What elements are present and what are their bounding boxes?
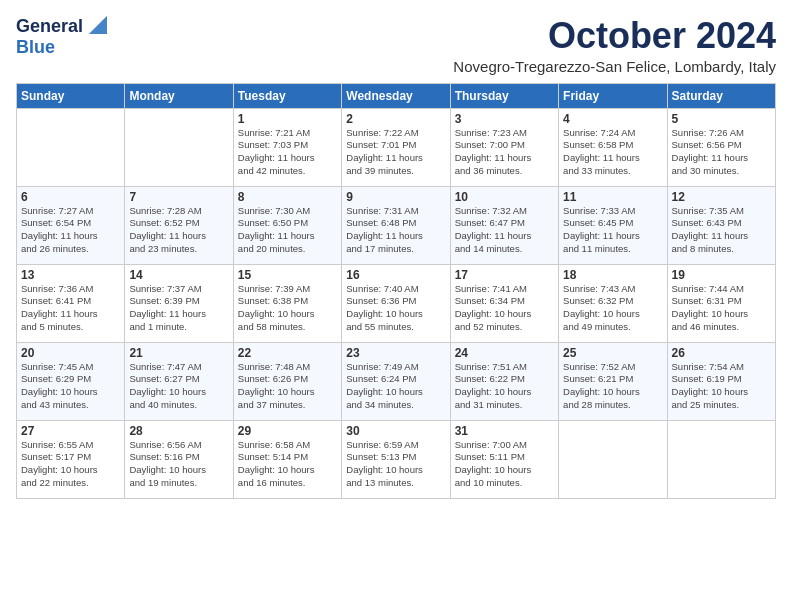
day-number: 12 — [672, 190, 771, 204]
day-detail: Sunrise: 7:45 AM Sunset: 6:29 PM Dayligh… — [21, 361, 120, 412]
weekday-header-wednesday: Wednesday — [342, 83, 450, 108]
day-number: 10 — [455, 190, 554, 204]
day-detail: Sunrise: 7:48 AM Sunset: 6:26 PM Dayligh… — [238, 361, 337, 412]
calendar-cell: 1Sunrise: 7:21 AM Sunset: 7:03 PM Daylig… — [233, 108, 341, 186]
day-number: 27 — [21, 424, 120, 438]
day-detail: Sunrise: 7:27 AM Sunset: 6:54 PM Dayligh… — [21, 205, 120, 256]
day-detail: Sunrise: 7:22 AM Sunset: 7:01 PM Dayligh… — [346, 127, 445, 178]
weekday-header-row: SundayMondayTuesdayWednesdayThursdayFrid… — [17, 83, 776, 108]
calendar-cell: 16Sunrise: 7:40 AM Sunset: 6:36 PM Dayli… — [342, 264, 450, 342]
calendar-week-5: 27Sunrise: 6:55 AM Sunset: 5:17 PM Dayli… — [17, 420, 776, 498]
day-detail: Sunrise: 7:21 AM Sunset: 7:03 PM Dayligh… — [238, 127, 337, 178]
calendar-week-2: 6Sunrise: 7:27 AM Sunset: 6:54 PM Daylig… — [17, 186, 776, 264]
day-detail: Sunrise: 7:41 AM Sunset: 6:34 PM Dayligh… — [455, 283, 554, 334]
weekday-header-friday: Friday — [559, 83, 667, 108]
day-number: 24 — [455, 346, 554, 360]
calendar-cell: 9Sunrise: 7:31 AM Sunset: 6:48 PM Daylig… — [342, 186, 450, 264]
calendar-cell: 8Sunrise: 7:30 AM Sunset: 6:50 PM Daylig… — [233, 186, 341, 264]
day-detail: Sunrise: 7:37 AM Sunset: 6:39 PM Dayligh… — [129, 283, 228, 334]
day-detail: Sunrise: 7:32 AM Sunset: 6:47 PM Dayligh… — [455, 205, 554, 256]
calendar-cell: 30Sunrise: 6:59 AM Sunset: 5:13 PM Dayli… — [342, 420, 450, 498]
calendar-cell: 4Sunrise: 7:24 AM Sunset: 6:58 PM Daylig… — [559, 108, 667, 186]
day-number: 11 — [563, 190, 662, 204]
day-number: 20 — [21, 346, 120, 360]
day-number: 21 — [129, 346, 228, 360]
day-number: 16 — [346, 268, 445, 282]
calendar-week-4: 20Sunrise: 7:45 AM Sunset: 6:29 PM Dayli… — [17, 342, 776, 420]
day-number: 1 — [238, 112, 337, 126]
calendar-cell: 26Sunrise: 7:54 AM Sunset: 6:19 PM Dayli… — [667, 342, 775, 420]
calendar-cell: 14Sunrise: 7:37 AM Sunset: 6:39 PM Dayli… — [125, 264, 233, 342]
day-detail: Sunrise: 7:39 AM Sunset: 6:38 PM Dayligh… — [238, 283, 337, 334]
day-detail: Sunrise: 7:47 AM Sunset: 6:27 PM Dayligh… — [129, 361, 228, 412]
day-detail: Sunrise: 7:51 AM Sunset: 6:22 PM Dayligh… — [455, 361, 554, 412]
logo: General Blue — [16, 16, 107, 58]
calendar-cell: 22Sunrise: 7:48 AM Sunset: 6:26 PM Dayli… — [233, 342, 341, 420]
calendar-cell — [17, 108, 125, 186]
calendar-cell: 13Sunrise: 7:36 AM Sunset: 6:41 PM Dayli… — [17, 264, 125, 342]
day-number: 6 — [21, 190, 120, 204]
day-detail: Sunrise: 6:55 AM Sunset: 5:17 PM Dayligh… — [21, 439, 120, 490]
day-number: 8 — [238, 190, 337, 204]
location-title: Novegro-Tregarezzo-San Felice, Lombardy,… — [453, 58, 776, 75]
weekday-header-thursday: Thursday — [450, 83, 558, 108]
calendar-cell: 12Sunrise: 7:35 AM Sunset: 6:43 PM Dayli… — [667, 186, 775, 264]
calendar-cell: 23Sunrise: 7:49 AM Sunset: 6:24 PM Dayli… — [342, 342, 450, 420]
day-detail: Sunrise: 7:00 AM Sunset: 5:11 PM Dayligh… — [455, 439, 554, 490]
day-number: 30 — [346, 424, 445, 438]
day-number: 25 — [563, 346, 662, 360]
calendar-cell: 25Sunrise: 7:52 AM Sunset: 6:21 PM Dayli… — [559, 342, 667, 420]
day-detail: Sunrise: 6:59 AM Sunset: 5:13 PM Dayligh… — [346, 439, 445, 490]
weekday-header-sunday: Sunday — [17, 83, 125, 108]
day-number: 31 — [455, 424, 554, 438]
calendar-cell: 11Sunrise: 7:33 AM Sunset: 6:45 PM Dayli… — [559, 186, 667, 264]
calendar-cell: 2Sunrise: 7:22 AM Sunset: 7:01 PM Daylig… — [342, 108, 450, 186]
calendar-cell: 19Sunrise: 7:44 AM Sunset: 6:31 PM Dayli… — [667, 264, 775, 342]
calendar-week-3: 13Sunrise: 7:36 AM Sunset: 6:41 PM Dayli… — [17, 264, 776, 342]
weekday-header-saturday: Saturday — [667, 83, 775, 108]
calendar-cell: 17Sunrise: 7:41 AM Sunset: 6:34 PM Dayli… — [450, 264, 558, 342]
day-detail: Sunrise: 7:52 AM Sunset: 6:21 PM Dayligh… — [563, 361, 662, 412]
day-number: 17 — [455, 268, 554, 282]
day-detail: Sunrise: 7:30 AM Sunset: 6:50 PM Dayligh… — [238, 205, 337, 256]
calendar-cell: 28Sunrise: 6:56 AM Sunset: 5:16 PM Dayli… — [125, 420, 233, 498]
calendar-cell: 27Sunrise: 6:55 AM Sunset: 5:17 PM Dayli… — [17, 420, 125, 498]
day-number: 14 — [129, 268, 228, 282]
day-detail: Sunrise: 7:43 AM Sunset: 6:32 PM Dayligh… — [563, 283, 662, 334]
day-number: 22 — [238, 346, 337, 360]
calendar-cell — [559, 420, 667, 498]
day-number: 19 — [672, 268, 771, 282]
day-number: 5 — [672, 112, 771, 126]
day-detail: Sunrise: 7:35 AM Sunset: 6:43 PM Dayligh… — [672, 205, 771, 256]
calendar-cell — [667, 420, 775, 498]
day-detail: Sunrise: 7:28 AM Sunset: 6:52 PM Dayligh… — [129, 205, 228, 256]
calendar-cell: 21Sunrise: 7:47 AM Sunset: 6:27 PM Dayli… — [125, 342, 233, 420]
day-detail: Sunrise: 7:40 AM Sunset: 6:36 PM Dayligh… — [346, 283, 445, 334]
day-number: 23 — [346, 346, 445, 360]
day-number: 28 — [129, 424, 228, 438]
day-detail: Sunrise: 7:54 AM Sunset: 6:19 PM Dayligh… — [672, 361, 771, 412]
calendar-table: SundayMondayTuesdayWednesdayThursdayFrid… — [16, 83, 776, 499]
calendar-cell: 5Sunrise: 7:26 AM Sunset: 6:56 PM Daylig… — [667, 108, 775, 186]
calendar-cell: 10Sunrise: 7:32 AM Sunset: 6:47 PM Dayli… — [450, 186, 558, 264]
logo-icon — [85, 16, 107, 34]
calendar-cell — [125, 108, 233, 186]
day-number: 4 — [563, 112, 662, 126]
day-number: 13 — [21, 268, 120, 282]
day-detail: Sunrise: 7:44 AM Sunset: 6:31 PM Dayligh… — [672, 283, 771, 334]
day-detail: Sunrise: 6:58 AM Sunset: 5:14 PM Dayligh… — [238, 439, 337, 490]
logo-general: General — [16, 16, 83, 37]
day-detail: Sunrise: 7:49 AM Sunset: 6:24 PM Dayligh… — [346, 361, 445, 412]
calendar-cell: 24Sunrise: 7:51 AM Sunset: 6:22 PM Dayli… — [450, 342, 558, 420]
day-detail: Sunrise: 6:56 AM Sunset: 5:16 PM Dayligh… — [129, 439, 228, 490]
day-detail: Sunrise: 7:24 AM Sunset: 6:58 PM Dayligh… — [563, 127, 662, 178]
day-number: 3 — [455, 112, 554, 126]
day-number: 15 — [238, 268, 337, 282]
page-header: General Blue October 2024 Novegro-Tregar… — [16, 16, 776, 75]
day-number: 7 — [129, 190, 228, 204]
day-detail: Sunrise: 7:26 AM Sunset: 6:56 PM Dayligh… — [672, 127, 771, 178]
calendar-cell: 3Sunrise: 7:23 AM Sunset: 7:00 PM Daylig… — [450, 108, 558, 186]
weekday-header-monday: Monday — [125, 83, 233, 108]
calendar-cell: 15Sunrise: 7:39 AM Sunset: 6:38 PM Dayli… — [233, 264, 341, 342]
day-detail: Sunrise: 7:23 AM Sunset: 7:00 PM Dayligh… — [455, 127, 554, 178]
